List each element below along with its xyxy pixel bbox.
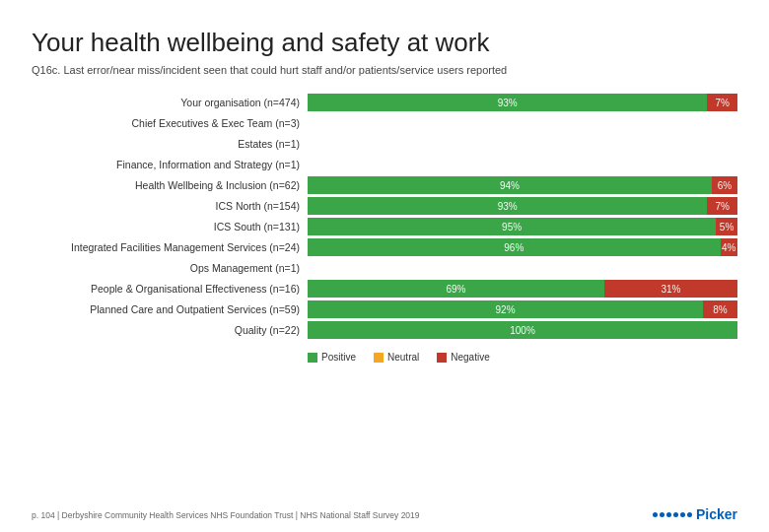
picker-dots-icon xyxy=(653,512,692,517)
footer: p. 104 | Derbyshire Community Health Ser… xyxy=(32,510,420,520)
chart-area: Your organisation (n=474)93%7%Chief Exec… xyxy=(32,94,737,342)
bar-positive: 93% xyxy=(308,197,707,215)
bar-container: 92%8% xyxy=(308,300,737,318)
bar-negative: 8% xyxy=(703,300,737,318)
row-label: ICS South (n=131) xyxy=(32,221,308,233)
legend-neutral: Neutral xyxy=(374,352,419,363)
bar-container xyxy=(308,114,737,132)
row-label: Chief Executives & Exec Team (n=3) xyxy=(32,117,308,130)
bar-negative: 6% xyxy=(712,176,737,194)
bar-container: 93%7% xyxy=(308,197,737,215)
page-container: Your health wellbeing and safety at work… xyxy=(0,0,769,378)
row-label: ICS North (n=154) xyxy=(32,200,308,213)
subtitle: Q16c. Last error/near miss/incident seen… xyxy=(32,64,737,76)
bar-container: 69%31% xyxy=(308,280,737,298)
chart-row: Estates (n=1) xyxy=(32,135,737,153)
bar-negative: 5% xyxy=(716,218,737,235)
row-label: Integrated Facilities Management Service… xyxy=(32,241,308,254)
bar-positive: 93% xyxy=(308,94,707,111)
chart-row: Planned Care and Outpatient Services (n=… xyxy=(32,300,737,318)
legend-negative: Negative xyxy=(437,352,489,363)
row-label: People & Organisational Effectiveness (n… xyxy=(32,283,308,296)
bar-positive: 100% xyxy=(308,321,737,339)
chart-row: Ops Management (n=1) xyxy=(32,259,737,277)
bar-container: 95%5% xyxy=(308,218,737,235)
bar-container: 93%7% xyxy=(308,94,737,111)
row-label: Ops Management (n=1) xyxy=(32,262,308,275)
page-title: Your health wellbeing and safety at work xyxy=(32,28,737,58)
bar-container: 94%6% xyxy=(308,176,737,194)
chart-row: Health Wellbeing & Inclusion (n=62)94%6% xyxy=(32,176,737,194)
bar-container: 96%4% xyxy=(308,238,737,256)
row-label: Planned Care and Outpatient Services (n=… xyxy=(32,303,308,316)
legend-neutral-box xyxy=(374,353,384,363)
chart-row: Quality (n=22)100% xyxy=(32,321,737,339)
row-label: Quality (n=22) xyxy=(32,324,308,337)
bar-container xyxy=(308,156,737,173)
chart-row: Your organisation (n=474)93%7% xyxy=(32,94,737,111)
chart-row: Integrated Facilities Management Service… xyxy=(32,238,737,256)
chart-row: Finance, Information and Strategy (n=1) xyxy=(32,156,737,173)
legend-positive: Positive xyxy=(308,352,356,363)
bar-container xyxy=(308,135,737,153)
bar-negative: 7% xyxy=(707,94,737,111)
bar-positive: 96% xyxy=(308,238,721,256)
bar-positive: 92% xyxy=(308,300,703,318)
bar-container: 100% xyxy=(308,321,737,339)
legend-positive-box xyxy=(308,353,317,363)
legend-positive-label: Positive xyxy=(321,352,356,363)
chart-row: ICS North (n=154)93%7% xyxy=(32,197,737,215)
legend: Positive Neutral Negative xyxy=(308,352,737,363)
legend-negative-box xyxy=(437,353,447,363)
chart-row: ICS South (n=131)95%5% xyxy=(32,218,737,235)
legend-neutral-label: Neutral xyxy=(387,352,419,363)
bar-positive: 94% xyxy=(308,176,712,194)
row-label: Estates (n=1) xyxy=(32,138,308,151)
chart-row: Chief Executives & Exec Team (n=3) xyxy=(32,114,737,132)
picker-logo: Picker xyxy=(653,506,737,522)
bar-container xyxy=(308,259,737,277)
bar-negative: 31% xyxy=(604,280,737,298)
legend-negative-label: Negative xyxy=(451,352,489,363)
chart-row: People & Organisational Effectiveness (n… xyxy=(32,280,737,298)
bar-negative: 7% xyxy=(707,197,737,215)
bar-positive: 95% xyxy=(308,218,716,235)
row-label: Finance, Information and Strategy (n=1) xyxy=(32,159,308,171)
picker-label: Picker xyxy=(696,506,737,522)
bar-positive: 69% xyxy=(308,280,604,298)
row-label: Your organisation (n=474) xyxy=(32,97,308,109)
bar-negative: 4% xyxy=(721,238,737,256)
row-label: Health Wellbeing & Inclusion (n=62) xyxy=(32,179,308,192)
